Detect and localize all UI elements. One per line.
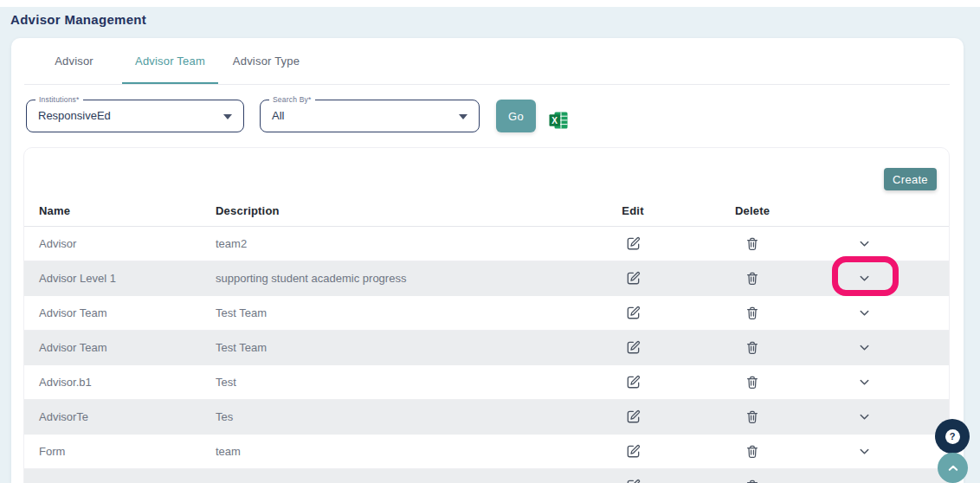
delete-button[interactable]: [743, 441, 762, 461]
row-description: Test: [216, 376, 572, 389]
row-name: AdvisorTe: [24, 410, 216, 423]
edit-pencil-icon: [625, 270, 642, 287]
chevron-down-icon: [858, 237, 871, 250]
expand-row-button[interactable]: [856, 235, 873, 252]
tab-divider: [24, 84, 950, 85]
content-card: Advisor Advisor Team Advisor Type Instit…: [11, 38, 964, 483]
tab-advisor[interactable]: Advisor: [26, 38, 122, 84]
edit-button[interactable]: [623, 234, 643, 254]
institutions-label: Institutions*: [35, 95, 83, 104]
edit-pencil-icon: [625, 443, 642, 460]
edit-pencil-icon: [625, 235, 642, 252]
institutions-select[interactable]: Institutions* ResponsiveEd: [26, 100, 244, 132]
row-description: Tes: [216, 410, 572, 423]
chevron-down-icon: [858, 341, 871, 354]
create-button[interactable]: Create: [884, 168, 937, 190]
header-name: Name: [24, 204, 216, 217]
row-name: Advisor Team: [24, 306, 216, 319]
delete-button[interactable]: [743, 303, 762, 323]
edit-pencil-icon: [625, 409, 642, 425]
scroll-to-top-button[interactable]: [938, 453, 968, 483]
trash-icon: [745, 409, 760, 425]
row-name: Advisor: [24, 237, 216, 250]
edit-button[interactable]: [623, 268, 643, 288]
search-by-value: All: [272, 109, 284, 122]
excel-export-icon[interactable]: X: [549, 112, 568, 129]
tab-advisor-team[interactable]: Advisor Team: [122, 38, 218, 84]
trash-icon: [745, 374, 760, 390]
header-description: Description: [216, 204, 572, 217]
table-row: [24, 469, 949, 483]
table-row: Advisor Team Test Team: [24, 331, 949, 365]
trash-icon: [745, 305, 760, 321]
trash-icon: [745, 443, 760, 460]
table-body: Advisor team2: [24, 227, 949, 483]
edit-button[interactable]: [623, 407, 643, 427]
edit-pencil-icon: [625, 339, 642, 356]
edit-button[interactable]: [623, 338, 643, 357]
edit-button[interactable]: [623, 476, 643, 483]
search-by-select[interactable]: Search By* All: [260, 100, 480, 132]
go-button[interactable]: Go: [496, 100, 536, 132]
row-name: Advisor.b1: [24, 376, 216, 389]
page-title: Advisor Management: [10, 12, 146, 27]
tab-advisor-type[interactable]: Advisor Type: [218, 38, 314, 84]
edit-pencil-icon: [625, 374, 642, 390]
delete-button[interactable]: [743, 372, 762, 392]
search-by-label: Search By*: [269, 95, 315, 104]
row-description: team2: [216, 237, 572, 250]
chevron-down-icon: [858, 272, 871, 285]
chevron-down-icon: [858, 445, 871, 458]
top-strip: [0, 0, 980, 7]
chevron-up-icon: [946, 461, 960, 475]
expand-row-button[interactable]: [856, 305, 873, 321]
table-row: Advisor Level 1 supporting student acade…: [24, 261, 949, 296]
expand-row-button[interactable]: [856, 270, 873, 287]
row-description: Test Team: [216, 341, 572, 354]
delete-button[interactable]: [743, 476, 762, 483]
delete-button[interactable]: [743, 234, 762, 254]
row-name: Advisor Level 1: [24, 272, 216, 285]
chevron-down-icon: [858, 410, 871, 423]
table-card: Create Name Description Edit Delete Advi…: [23, 147, 950, 483]
delete-button[interactable]: [743, 407, 762, 427]
row-name: Advisor Team: [24, 341, 216, 354]
svg-text:X: X: [551, 116, 558, 126]
edit-pencil-icon: [625, 305, 642, 321]
expand-row-button[interactable]: [856, 478, 873, 483]
row-description: team: [216, 445, 572, 458]
row-description: Test Team: [216, 306, 572, 319]
expand-row-button[interactable]: [856, 374, 873, 390]
header-delete: Delete: [693, 204, 811, 217]
trash-icon: [745, 270, 760, 287]
expand-row-button[interactable]: [856, 443, 873, 460]
table-row: Advisor.b1 Test: [24, 365, 949, 400]
chevron-down-icon: [223, 114, 232, 119]
chevron-down-icon: [858, 306, 871, 319]
tab-bar: Advisor Advisor Team Advisor Type: [26, 38, 314, 84]
header-edit: Edit: [572, 204, 693, 217]
row-name: Form: [24, 445, 216, 458]
edit-button[interactable]: [623, 372, 643, 392]
table-row: AdvisorTe Tes: [24, 400, 949, 435]
help-button[interactable]: ?: [935, 419, 970, 454]
expand-row-button[interactable]: [856, 409, 873, 425]
delete-button[interactable]: [743, 338, 762, 357]
trash-icon: [745, 235, 760, 252]
chevron-down-icon: [858, 376, 871, 389]
edit-pencil-icon: [625, 478, 642, 483]
row-description: supporting student academic progress: [216, 272, 572, 285]
table-row: Advisor team2: [24, 227, 949, 261]
table-header-row: Name Description Edit Delete: [24, 196, 949, 227]
table-row: Advisor Team Test Team: [24, 296, 949, 331]
trash-icon: [745, 478, 760, 483]
edit-button[interactable]: [623, 441, 643, 461]
edit-button[interactable]: [623, 303, 643, 323]
delete-button[interactable]: [743, 268, 762, 288]
chevron-down-icon: [459, 114, 467, 119]
table-row: Form team: [24, 435, 949, 469]
trash-icon: [745, 339, 760, 356]
question-mark-icon: ?: [945, 429, 960, 444]
expand-row-button[interactable]: [856, 339, 873, 356]
institutions-value: ResponsiveEd: [38, 109, 111, 122]
